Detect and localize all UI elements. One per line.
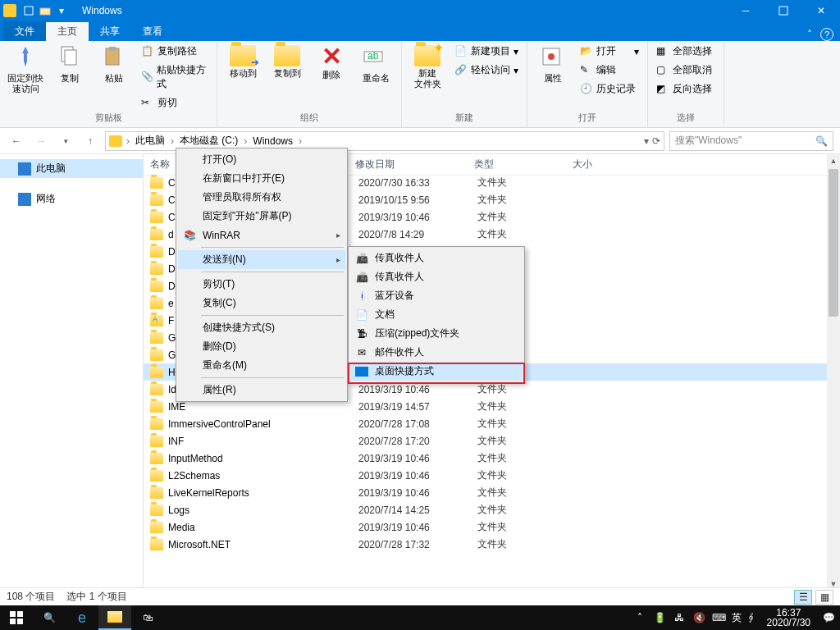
tab-view[interactable]: 查看 — [131, 22, 174, 41]
copy-button[interactable]: 复制 — [49, 43, 90, 86]
taskbar-search-button[interactable]: 🔍 — [33, 605, 66, 630]
tray-clock[interactable]: 16:37 2020/7/30 — [762, 608, 815, 628]
open-button[interactable]: 📂打开▾ — [577, 43, 642, 60]
properties-button[interactable]: 属性 — [532, 43, 573, 86]
ctx-cut[interactable]: 剪切(T) — [178, 275, 345, 294]
tray-keyboard-icon[interactable]: ⌨ — [712, 611, 725, 624]
tab-file[interactable]: 文件 — [3, 21, 46, 41]
taskbar-explorer-button[interactable] — [98, 605, 131, 630]
table-row[interactable]: ImmersiveControlPanel2020/7/28 17:08文件夹 — [144, 415, 827, 432]
ctx-copy[interactable]: 复制(C) — [178, 294, 345, 313]
ctx-delete[interactable]: 删除(D) — [178, 337, 345, 356]
refresh-icon[interactable]: ⟳ — [652, 135, 660, 147]
sendto-desktop-shortcut[interactable]: 桌面快捷方式 — [350, 362, 523, 381]
ctx-send-to[interactable]: 发送到(N)▸ — [178, 250, 345, 269]
tab-share[interactable]: 共享 — [89, 22, 131, 41]
col-size[interactable]: 大小 — [573, 158, 638, 171]
col-type[interactable]: 类型 — [474, 158, 573, 171]
sendto-documents[interactable]: 📄文档 — [350, 305, 523, 324]
table-row[interactable]: Microsoft.NET2020/7/28 17:32文件夹 — [144, 536, 827, 553]
folder-icon — [150, 263, 163, 275]
cut-button[interactable]: ✂剪切 — [138, 94, 212, 112]
paste-shortcut-button[interactable]: 📎粘贴快捷方式 — [138, 62, 212, 93]
chevron-right-icon[interactable]: › — [124, 135, 132, 147]
table-row[interactable]: LiveKernelReports2019/3/19 10:46文件夹 — [144, 484, 827, 501]
taskbar-store-button[interactable]: 🛍 — [131, 605, 164, 630]
help-icon[interactable]: ? — [820, 28, 833, 41]
qat-dropdown-icon[interactable]: ▾ — [54, 3, 69, 18]
rename-button[interactable]: ab重命名 — [355, 43, 396, 86]
address-dropdown-icon[interactable]: ▾ — [644, 135, 649, 147]
nav-forward-button[interactable]: → — [31, 131, 51, 151]
close-button[interactable]: ✕ — [802, 0, 840, 21]
select-none-button[interactable]: ▢全部取消 — [653, 62, 719, 79]
edit-button[interactable]: ✎编辑 — [577, 62, 642, 79]
ctx-rename[interactable]: 重命名(M) — [178, 356, 345, 375]
table-row[interactable]: Media2019/3/19 10:46文件夹 — [144, 518, 827, 536]
start-button[interactable] — [0, 605, 33, 630]
new-item-button[interactable]: 📄新建项目▾ — [451, 43, 522, 60]
delete-button[interactable]: ✕删除 — [311, 43, 352, 83]
easy-access-button[interactable]: 🔗轻松访问▾ — [451, 62, 522, 79]
tray-network-icon[interactable]: 🖧 — [673, 611, 686, 624]
nav-back-button[interactable]: ← — [7, 131, 26, 151]
qat-properties-icon[interactable] — [21, 3, 36, 18]
taskbar-edge-button[interactable]: e — [66, 605, 98, 630]
sendto-zip[interactable]: 🗜压缩(zipped)文件夹 — [350, 324, 523, 343]
scroll-thumb[interactable] — [829, 169, 838, 317]
nav-this-pc[interactable]: 此电脑 — [0, 159, 143, 178]
nav-network[interactable]: 网络 — [0, 189, 143, 208]
copy-path-button[interactable]: 📋复制路径 — [138, 43, 212, 60]
tab-home[interactable]: 主页 — [46, 22, 89, 41]
tray-notifications-icon[interactable]: 💬 — [822, 611, 835, 624]
vertical-scrollbar[interactable]: ▲ ▼ — [827, 154, 840, 591]
chevron-right-icon[interactable]: › — [241, 135, 249, 147]
paste-button[interactable]: 粘贴 — [94, 43, 135, 86]
ctx-open[interactable]: 打开(O) — [178, 150, 345, 169]
invert-selection-button[interactable]: ◩反向选择 — [653, 80, 719, 98]
ribbon-collapse-icon[interactable]: ˄ — [807, 29, 812, 40]
sendto-mail[interactable]: ✉邮件收件人 — [350, 343, 523, 362]
breadcrumb-drive[interactable]: 本地磁盘 (C:) — [178, 134, 240, 148]
ctx-properties[interactable]: 属性(R) — [178, 381, 345, 399]
ctx-admin-takeown[interactable]: 管理员取得所有权 — [178, 188, 345, 207]
table-row[interactable]: Logs2020/7/14 14:25文件夹 — [144, 501, 827, 518]
chevron-right-icon[interactable]: › — [168, 135, 176, 147]
tray-battery-icon[interactable]: 🔋 — [653, 611, 666, 624]
breadcrumb-folder[interactable]: Windows — [251, 135, 294, 147]
tray-volume-muted-icon[interactable]: 🔇 — [692, 611, 705, 624]
sendto-fax1[interactable]: 📠传真收件人 — [350, 249, 523, 267]
sendto-bluetooth[interactable]: ᚼ蓝牙设备 — [350, 286, 523, 305]
table-row[interactable]: L2Schemas2019/3/19 10:46文件夹 — [144, 467, 827, 484]
scroll-up-icon[interactable]: ▲ — [827, 154, 840, 167]
move-to-button[interactable]: ➜移动到 — [222, 43, 263, 81]
col-date[interactable]: 修改日期 — [355, 158, 474, 171]
folder-icon — [150, 315, 163, 326]
view-details-button[interactable]: ☰ — [794, 590, 812, 605]
ctx-create-shortcut[interactable]: 创建快捷方式(S) — [178, 318, 345, 337]
chevron-right-icon[interactable]: › — [296, 135, 304, 147]
nav-up-button[interactable]: ↑ — [80, 131, 100, 151]
breadcrumb-pc[interactable]: 此电脑 — [134, 134, 167, 148]
pin-quick-access-button[interactable]: 固定到快 速访问 — [5, 43, 46, 97]
history-button[interactable]: 🕘历史记录 — [577, 80, 642, 98]
search-input[interactable]: 搜索"Windows" 🔍 — [669, 131, 833, 151]
tray-ime[interactable]: 英 ∮ — [732, 611, 755, 625]
ctx-winrar[interactable]: 📚WinRAR▸ — [178, 226, 345, 244]
copy-to-button[interactable]: 复制到 — [267, 43, 308, 81]
table-row[interactable]: INF2020/7/28 17:20文件夹 — [144, 432, 827, 450]
new-folder-button[interactable]: ✦新建 文件夹 — [407, 43, 448, 92]
sendto-fax2[interactable]: 📠传真收件人 — [350, 267, 523, 286]
file-date: 2019/3/19 10:46 — [358, 212, 477, 223]
file-type: 文件夹 — [477, 210, 576, 224]
qat-newfolder-icon[interactable] — [38, 3, 52, 18]
table-row[interactable]: InputMethod2019/3/19 10:46文件夹 — [144, 450, 827, 467]
maximize-button[interactable] — [765, 0, 802, 21]
ctx-pin-start[interactable]: 固定到"开始"屏幕(P) — [178, 207, 345, 226]
tray-chevron-up-icon[interactable]: ˄ — [633, 611, 646, 624]
nav-recent-button[interactable]: ▾ — [56, 131, 75, 151]
ctx-open-new-window[interactable]: 在新窗口中打开(E) — [178, 169, 345, 188]
view-large-button[interactable]: ▦ — [815, 590, 833, 605]
minimize-button[interactable]: ─ — [727, 0, 765, 21]
select-all-button[interactable]: ▦全部选择 — [653, 43, 719, 60]
